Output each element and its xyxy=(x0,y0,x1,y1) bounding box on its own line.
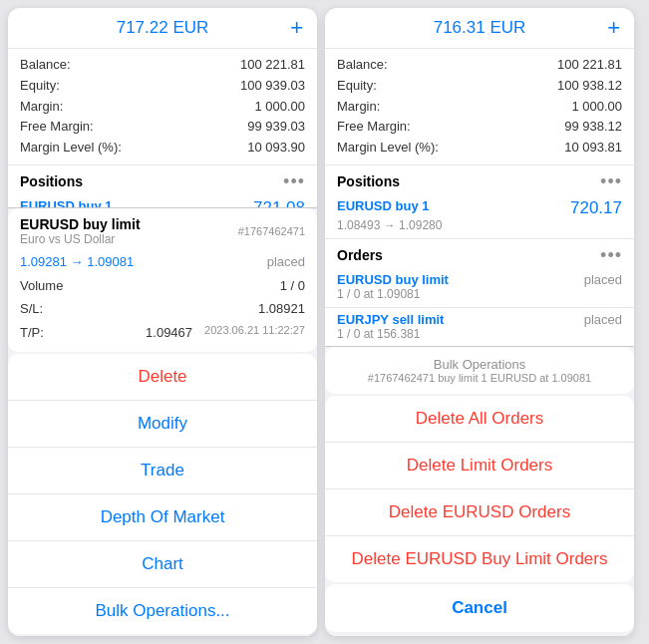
r-position-eurusd-title: EURUSD buy 1 xyxy=(337,198,429,213)
bulk-actions-list: Delete All Orders Delete Limit Orders De… xyxy=(325,396,634,582)
cmd-placed-status: placed xyxy=(267,250,305,273)
right-orders-header: Orders ••• xyxy=(325,239,634,268)
margin-level-label: Margin Level (%): xyxy=(20,138,122,159)
r-balance-row: Balance: 100 221.81 xyxy=(337,55,622,76)
r-margin-value: 1 000.00 xyxy=(571,97,622,118)
right-balance-section: Balance: 100 221.81 Equity: 100 938.12 M… xyxy=(325,49,634,165)
r-order-eurjpy-sell-limit[interactable]: EURJPY sell limit placed 1 / 0 at 156.38… xyxy=(325,308,634,348)
bulk-operations-panel: Bulk Operations #1767462471 buy limit 1 … xyxy=(325,346,634,636)
cmd-tp-value: 1.09467 xyxy=(146,321,192,344)
r-positions-dots-menu[interactable]: ••• xyxy=(600,171,622,192)
left-panel-title: 717.22 EUR xyxy=(117,18,209,38)
action-delete[interactable]: Delete xyxy=(8,354,317,401)
left-panel-header: 717.22 EUR + xyxy=(8,8,317,49)
left-positions-header: Positions ••• xyxy=(8,165,317,194)
margin-level-row: Margin Level (%): 10 093.90 xyxy=(20,138,305,159)
r-balance-value: 100 221.81 xyxy=(557,55,622,76)
cmd-datetime: 2023.06.21 11:22:27 xyxy=(204,321,305,344)
positions-title: Positions xyxy=(20,173,83,189)
r-order-eurjpy-title: EURJPY sell limit xyxy=(337,312,444,327)
margin-row: Margin: 1 000.00 xyxy=(20,97,305,118)
r-free-margin-label: Free Margin: xyxy=(337,117,411,138)
cmd-sl-value: 1.08921 xyxy=(258,297,305,320)
free-margin-row: Free Margin: 99 939.03 xyxy=(20,117,305,138)
r-orders-dots-menu[interactable]: ••• xyxy=(600,245,622,266)
right-positions-header: Positions ••• xyxy=(325,165,634,194)
r-order-eurusd-title: EURUSD buy limit xyxy=(337,272,449,287)
bulk-delete-limit-orders[interactable]: Delete Limit Orders xyxy=(325,443,634,489)
left-balance-section: Balance: 100 221.81 Equity: 100 939.03 M… xyxy=(8,49,317,165)
r-free-margin-value: 99 938.12 xyxy=(564,117,622,138)
equity-label: Equity: xyxy=(20,76,60,97)
r-margin-level-value: 10 093.81 xyxy=(564,138,622,159)
r-position-eurusd[interactable]: EURUSD buy 1 720.17 1.08493 → 1.09280 xyxy=(325,194,634,239)
balance-row: Balance: 100 221.81 xyxy=(20,55,305,76)
equity-value: 100 939.03 xyxy=(240,76,305,97)
r-positions-title: Positions xyxy=(337,173,400,189)
r-margin-level-label: Margin Level (%): xyxy=(337,138,439,159)
r-position-eurusd-value: 720.17 xyxy=(570,198,622,218)
positions-dots-menu[interactable]: ••• xyxy=(283,171,305,192)
free-margin-value: 99 939.03 xyxy=(247,117,305,138)
balance-value: 100 221.81 xyxy=(240,55,305,76)
bulk-header-sub: #1767462471 buy limit 1 EURUSD at 1.0908… xyxy=(339,372,620,384)
margin-value: 1 000.00 xyxy=(254,97,305,118)
r-margin-row: Margin: 1 000.00 xyxy=(337,97,622,118)
cmd-volume-value: 1 / 0 xyxy=(280,274,305,297)
r-equity-value: 100 938.12 xyxy=(557,76,622,97)
margin-label: Margin: xyxy=(20,97,63,118)
r-order-eurusd-status: placed xyxy=(584,272,622,287)
r-free-margin-row: Free Margin: 99 938.12 xyxy=(337,117,622,138)
r-equity-label: Equity: xyxy=(337,76,377,97)
r-order-eurjpy-sub: 1 / 0 at 156.381 xyxy=(337,327,622,341)
r-equity-row: Equity: 100 938.12 xyxy=(337,76,622,97)
bulk-header-title: Bulk Operations xyxy=(339,357,620,372)
action-trade[interactable]: Trade xyxy=(8,448,317,494)
left-panel-plus-button[interactable]: + xyxy=(290,15,303,41)
r-balance-label: Balance: xyxy=(337,55,388,76)
context-actions-list: Delete Modify Trade Depth Of Market Char… xyxy=(8,354,317,634)
action-modify[interactable]: Modify xyxy=(8,401,317,448)
r-order-eurusd-sub: 1 / 0 at 1.09081 xyxy=(337,287,622,301)
cmd-tp-label: T/P: xyxy=(20,321,44,344)
balance-label: Balance: xyxy=(20,55,71,76)
bulk-header: Bulk Operations #1767462471 buy limit 1 … xyxy=(325,347,634,394)
right-panel-header: 716.31 EUR + xyxy=(325,8,634,49)
bulk-delete-all-orders[interactable]: Delete All Orders xyxy=(325,396,634,443)
context-order-detail: EURUSD buy limit Euro vs US Dollar #1767… xyxy=(8,208,317,352)
cmd-arrow: 1.09281 → 1.09081 xyxy=(20,250,134,273)
right-panel-plus-button[interactable]: + xyxy=(607,15,620,41)
bulk-delete-eurusd-orders[interactable]: Delete EURUSD Orders xyxy=(325,489,634,536)
cmd-order-subtitle: Euro vs US Dollar xyxy=(20,232,141,246)
r-position-eurusd-sub: 1.08493 → 1.09280 xyxy=(337,218,622,232)
bulk-delete-eurusd-buy-limit[interactable]: Delete EURUSD Buy Limit Orders xyxy=(325,536,634,582)
bulk-cancel-button[interactable]: Cancel xyxy=(325,584,634,632)
left-context-menu: EURUSD buy limit Euro vs US Dollar #1767… xyxy=(8,207,317,636)
cmd-order-id: #1767462471 xyxy=(238,225,305,237)
cmd-volume-label: Volume xyxy=(20,274,63,297)
action-depth-of-market[interactable]: Depth Of Market xyxy=(8,494,317,541)
equity-row: Equity: 100 939.03 xyxy=(20,76,305,97)
action-chart[interactable]: Chart xyxy=(8,541,317,588)
r-margin-label: Margin: xyxy=(337,97,380,118)
margin-level-value: 10 093.90 xyxy=(247,138,305,159)
cmd-order-title: EURUSD buy limit xyxy=(20,216,141,232)
r-order-eurusd-buy-limit[interactable]: EURUSD buy limit placed 1 / 0 at 1.09081 xyxy=(325,268,634,308)
action-bulk-operations[interactable]: Bulk Operations... xyxy=(8,588,317,634)
r-order-eurjpy-status: placed xyxy=(584,312,622,327)
free-margin-label: Free Margin: xyxy=(20,117,94,138)
r-orders-title: Orders xyxy=(337,247,383,263)
right-panel-title: 716.31 EUR xyxy=(434,18,526,38)
r-margin-level-row: Margin Level (%): 10 093.81 xyxy=(337,138,622,159)
cmd-sl-label: S/L: xyxy=(20,297,43,320)
